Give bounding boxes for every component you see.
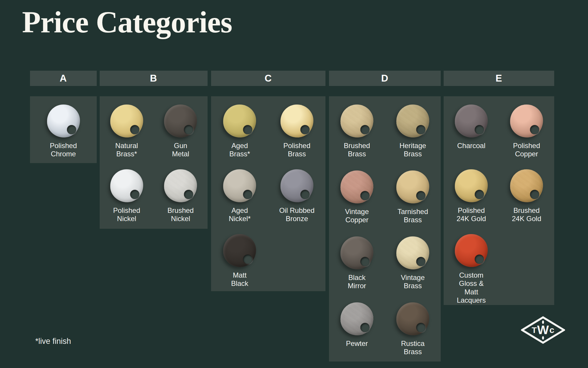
disc-hole [475,125,484,134]
disc-hole [243,190,252,199]
finish-disc [340,236,373,269]
finish-label: Vintage Brass [401,273,425,290]
finish-custom-lacquers: Custom Gloss & Matt Lacquers [444,226,499,304]
live-finish-footnote: *live finish [35,337,71,346]
finish-label: Charcoal [457,142,485,150]
finish-heritage-brass: Heritage Brass [385,96,441,162]
finish-disc [340,170,373,203]
finish-label: Polished Chrome [50,142,77,158]
column-e: E Charcoal Polished Copper Polished 24K … [444,71,554,305]
finish-vintage-copper: Vintage Copper [329,162,385,228]
finish-gun-metal: Gun Metal [154,96,208,161]
finish-label: Polished Copper [513,142,540,158]
finish-label: Vintage Copper [345,208,369,224]
disc-hole [360,191,370,200]
column-a: A Polished Chrome [30,71,97,163]
finish-disc [164,169,197,202]
finish-disc [455,105,488,137]
finish-label: Heritage Brass [400,142,426,158]
finish-tarnished-brass: Tarnished Brass [385,162,441,228]
finish-disc [510,169,543,202]
price-categories-page: Price Categories A Polished Chrome B Nat… [0,0,588,368]
twc-logo: T W c [521,316,565,344]
disc-hole [416,323,425,332]
finish-disc [396,302,429,335]
column-header-e: E [444,71,554,86]
column-header-b: B [100,71,208,86]
finish-polished-nickel: Polished Nickel [100,161,154,226]
finish-label: Brushed Brass [344,142,370,158]
disc-hole [360,323,370,332]
disc-hole [530,190,539,199]
column-b: B Natural Brass* Gun Metal Polished Nick… [100,71,208,229]
finish-disc [110,169,143,202]
disc-hole [416,191,425,200]
column-header-c: C [211,71,325,86]
page-title: Price Categories [22,6,232,38]
finish-label: Rustica Brass [401,339,425,356]
finish-label: Polished Brass [283,142,310,158]
finish-natural-brass: Natural Brass* [100,96,154,161]
finish-disc [223,169,256,202]
disc-hole [416,125,425,134]
finish-black-mirror: Black Mirror [329,228,385,294]
disc-hole [300,125,310,134]
disc-hole [130,125,139,134]
finish-disc [164,105,197,137]
finish-polished-copper: Polished Copper [499,96,554,161]
finish-label: Aged Brass* [229,142,250,158]
finish-label: Brushed Nickel [168,206,194,223]
finish-disc [396,170,429,203]
finish-disc [280,169,313,202]
finish-polished-brass: Polished Brass [268,96,326,161]
finish-disc [280,105,313,137]
disc-hole [360,257,370,266]
finish-vintage-brass: Vintage Brass [385,228,441,294]
disc-hole [184,190,193,199]
finish-label: Black Mirror [348,273,366,290]
finish-label: Polished 24K Gold [457,206,486,223]
finish-brushed-brass: Brushed Brass [329,96,385,162]
finish-rustica-brass: Rustica Brass [385,294,441,360]
finish-matt-black: Matt Black [211,226,268,291]
finish-charcoal: Charcoal [444,96,499,161]
column-d: D Brushed Brass Heritage Brass Vintage C… [329,71,441,362]
finish-pewter: Pewter [329,294,385,360]
finish-disc [455,169,488,202]
finish-label: Pewter [346,339,368,348]
finish-disc [223,105,256,137]
finish-disc [340,302,373,335]
disc-hole [475,190,484,199]
finish-label: Custom Gloss & Matt Lacquers [457,271,486,304]
logo-letter-c: c [549,325,554,335]
disc-hole [243,255,252,264]
finish-label: Polished Nickel [113,206,140,223]
finish-brushed-24k-gold: Brushed 24K Gold [499,161,554,226]
finish-disc [340,105,373,137]
disc-hole [475,255,484,264]
finish-brushed-nickel: Brushed Nickel [154,161,208,226]
finish-disc [455,234,488,267]
finish-label: Brushed 24K Gold [512,206,541,223]
logo-letter-t: T [532,326,537,335]
column-panel-e: Charcoal Polished Copper Polished 24K Go… [444,96,554,305]
finish-label: Natural Brass* [115,142,138,158]
column-panel-d: Brushed Brass Heritage Brass Vintage Cop… [329,96,441,362]
logo-letter-w: W [537,323,549,337]
column-panel-a: Polished Chrome [30,96,97,163]
column-header-d: D [329,71,441,86]
disc-hole [360,125,370,134]
finish-disc [396,105,429,137]
finish-disc [510,105,543,137]
finish-label: Oil Rubbed Bronze [279,206,315,223]
disc-hole [300,190,310,199]
finish-aged-nickel: Aged Nickel* [211,161,268,226]
column-panel-b: Natural Brass* Gun Metal Polished Nickel… [100,96,208,229]
finish-label: Tarnished Brass [397,208,428,224]
finish-label: Gun Metal [172,142,189,158]
column-c: C Aged Brass* Polished Brass Aged Nickel… [211,71,325,291]
disc-hole [416,257,425,266]
finish-disc [110,105,143,137]
disc-hole [530,125,539,134]
finish-polished-24k-gold: Polished 24K Gold [444,161,499,226]
